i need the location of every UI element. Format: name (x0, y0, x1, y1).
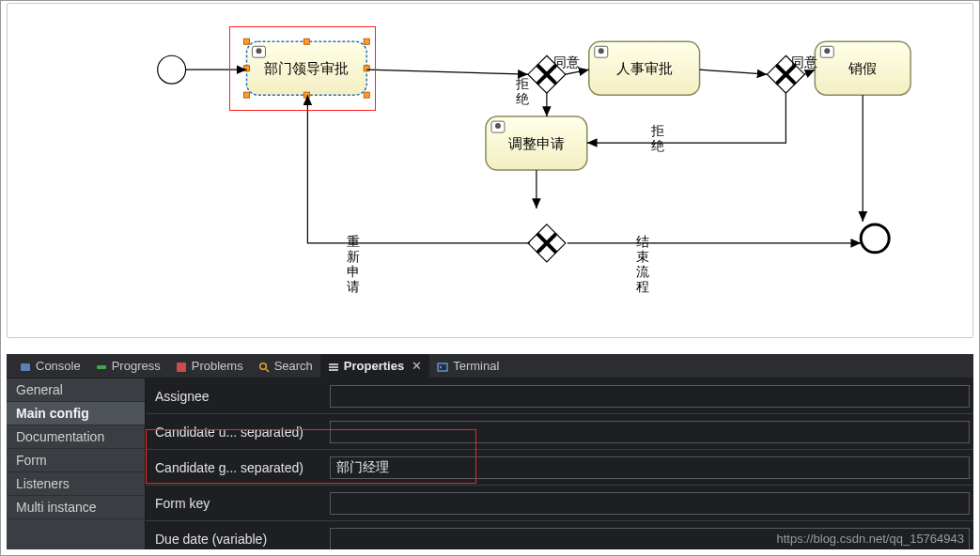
svg-point-10 (824, 48, 830, 54)
properties-tab-form[interactable]: Form (7, 449, 145, 472)
form-label: Due date (variable) (146, 532, 330, 547)
console-icon (20, 361, 31, 372)
flow-label: 新 (347, 249, 360, 264)
properties-body: GeneralMain configDocumentationFormListe… (7, 378, 973, 549)
canvas-border: 部门领导审批人事审批销假调整申请同意拒绝同意拒绝重新申请结束流程 (7, 3, 973, 338)
form-row-formkey: Form key (146, 486, 973, 521)
user-task-t2[interactable]: 人事审批 (589, 41, 700, 95)
bpmn-diagram-svg: 部门领导审批人事审批销假调整申请同意拒绝同意拒绝重新申请结束流程 (8, 4, 972, 337)
svg-text:人事审批: 人事审批 (616, 60, 673, 76)
tab-console[interactable]: Console (12, 354, 88, 378)
tab-properties[interactable]: Properties✕ (320, 354, 429, 378)
tab-terminal[interactable]: Terminal (429, 354, 506, 378)
flow-label: 绝 (516, 91, 529, 106)
tab-label: Search (274, 359, 313, 373)
resize-handle[interactable] (244, 92, 250, 98)
tab-search[interactable]: Search (251, 354, 320, 378)
svg-line-20 (266, 369, 269, 372)
svg-point-19 (259, 363, 266, 369)
sequence-flow[interactable] (366, 70, 528, 74)
flow-label: 同意 (553, 54, 580, 70)
properties-side-tabs: GeneralMain configDocumentationFormListe… (7, 378, 146, 549)
gateway-g3[interactable] (528, 224, 566, 262)
tab-label: Problems (192, 359, 243, 373)
flow-label: 流 (636, 264, 649, 279)
svg-point-6 (599, 48, 604, 54)
properties-tab-doc[interactable]: Documentation (7, 425, 145, 449)
search-icon (258, 361, 270, 372)
problems-icon (176, 361, 187, 372)
resize-handle[interactable] (244, 66, 250, 71)
flow-label: 拒 (650, 123, 664, 138)
properties-icon (328, 361, 339, 372)
svg-text:调整申请: 调整申请 (508, 135, 565, 151)
svg-point-14 (495, 123, 501, 129)
form-label: Candidate g... separated) (146, 460, 330, 475)
resize-handle[interactable] (244, 39, 250, 44)
assignee-input[interactable] (330, 385, 970, 408)
view-tabbar: ConsoleProgressProblemsSearchProperties✕… (7, 354, 973, 378)
resize-handle[interactable] (303, 92, 309, 98)
svg-point-2 (256, 48, 261, 54)
flow-label: 结 (636, 234, 649, 249)
properties-tab-general[interactable]: General (7, 378, 145, 402)
flow-label: 请 (347, 279, 360, 294)
sequence-flow[interactable] (566, 70, 589, 74)
formkey-input[interactable] (330, 492, 970, 515)
form-label: Candidate u... separated) (146, 425, 330, 440)
svg-rect-17 (97, 365, 106, 369)
tab-label: Progress (112, 359, 161, 373)
svg-rect-23 (329, 369, 338, 371)
sequence-flow[interactable] (804, 70, 815, 74)
properties-tab-listeners[interactable]: Listeners (7, 472, 145, 496)
cand_users-input[interactable] (330, 421, 970, 443)
svg-text:部门领导审批: 部门领导审批 (264, 60, 349, 76)
start-event[interactable] (158, 55, 186, 84)
properties-form: AssigneeCandidate u... separated)Candida… (146, 378, 973, 549)
flow-label: 申 (347, 264, 360, 279)
properties-tab-main[interactable]: Main config (7, 402, 145, 425)
user-task-t1[interactable]: 部门领导审批 (244, 39, 370, 98)
cand_groups-input[interactable] (330, 456, 970, 479)
sequence-flow[interactable] (700, 70, 768, 74)
sequence-flow[interactable] (587, 93, 786, 143)
resize-handle[interactable] (303, 39, 309, 44)
end-event[interactable] (861, 224, 889, 253)
svg-text:销假: 销假 (848, 60, 877, 76)
svg-rect-16 (21, 363, 30, 371)
user-task-t4[interactable]: 调整申请 (486, 116, 587, 170)
bpmn-canvas[interactable]: 部门领导审批人事审批销假调整申请同意拒绝同意拒绝重新申请结束流程 (1, 1, 979, 348)
resize-handle[interactable] (364, 92, 369, 98)
form-row-cand_groups: Candidate g... separated) (146, 450, 973, 486)
svg-rect-22 (329, 366, 338, 368)
flow-label: 程 (636, 279, 649, 294)
tab-progress[interactable]: Progress (88, 354, 168, 378)
progress-icon (96, 361, 107, 372)
form-label: Form key (146, 496, 330, 511)
flow-label: 重 (347, 234, 360, 249)
properties-tab-multi[interactable]: Multi instance (7, 496, 145, 519)
watermark: https://blog.csdn.net/qq_15764943 (777, 532, 965, 546)
flow-label: 束 (636, 249, 649, 264)
svg-rect-21 (329, 363, 338, 365)
flow-label: 绝 (651, 138, 664, 153)
user-task-t3[interactable]: 销假 (815, 41, 910, 95)
form-label: Assignee (146, 389, 330, 404)
tab-label: Console (36, 359, 81, 373)
bottom-panel: ConsoleProgressProblemsSearchProperties✕… (7, 354, 973, 549)
svg-rect-18 (177, 363, 186, 372)
form-row-cand_users: Candidate u... separated) (146, 414, 973, 450)
form-row-assignee: Assignee (146, 378, 973, 414)
flow-label: 拒 (515, 76, 529, 91)
flow-label: 同意 (791, 54, 817, 70)
tab-problems[interactable]: Problems (168, 354, 251, 378)
tab-label: Terminal (453, 359, 499, 373)
terminal-icon (437, 361, 448, 372)
close-icon[interactable]: ✕ (411, 361, 422, 372)
tab-label: Properties (344, 359, 404, 373)
resize-handle[interactable] (364, 39, 369, 44)
